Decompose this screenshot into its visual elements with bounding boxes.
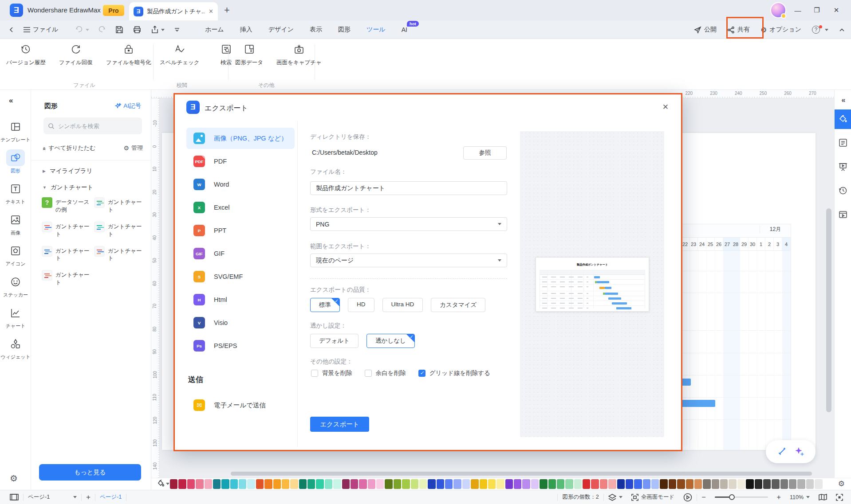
zoom-out-button[interactable]: − <box>701 493 705 501</box>
menu-item[interactable]: デザイン <box>268 26 294 34</box>
color-swatch[interactable] <box>230 479 238 489</box>
color-swatch[interactable] <box>806 479 814 489</box>
format-option[interactable]: 画像（PNG、JPG など） <box>186 128 295 149</box>
quality-option[interactable]: 標準 <box>310 298 340 312</box>
format-option[interactable]: P PPT <box>186 220 295 241</box>
fill-color-tool[interactable] <box>157 479 169 488</box>
color-swatch[interactable] <box>419 479 427 489</box>
toolbar-overflow-button[interactable] <box>174 24 180 35</box>
color-swatch[interactable] <box>359 479 366 489</box>
color-swatch[interactable] <box>351 479 358 489</box>
color-swatch[interactable] <box>634 479 642 489</box>
color-swatch[interactable] <box>669 479 676 489</box>
section-gantt-chart[interactable]: ▼ ガントチャート <box>43 184 93 191</box>
watermark-option[interactable]: デフォルト <box>310 334 359 348</box>
fill-style-tool[interactable] <box>835 109 851 129</box>
color-swatch[interactable] <box>574 479 582 489</box>
spellcheck-button[interactable]: スペルチェック <box>160 43 200 66</box>
map-overview-button[interactable] <box>819 494 827 500</box>
shape-library-item[interactable]: ガントチャート <box>94 197 146 214</box>
layers-button[interactable] <box>608 494 622 501</box>
menu-item[interactable]: 図形 <box>338 26 351 34</box>
format-option[interactable]: Ps PS/EPS <box>186 335 295 356</box>
color-swatch[interactable] <box>548 479 556 489</box>
color-swatch[interactable] <box>600 479 607 489</box>
color-swatch[interactable] <box>755 479 762 489</box>
minimize-button[interactable]: — <box>792 4 804 16</box>
color-swatch[interactable] <box>462 479 470 489</box>
sidebar-item-templates[interactable]: テンプレート <box>1 118 30 143</box>
color-swatch[interactable] <box>402 479 410 489</box>
collapse-right-panel-icon[interactable]: « <box>835 96 851 104</box>
page-frame-icon[interactable] <box>10 494 19 500</box>
color-swatch[interactable] <box>394 479 401 489</box>
color-swatch[interactable] <box>187 479 195 489</box>
color-swatch[interactable] <box>453 479 461 489</box>
color-swatch[interactable] <box>333 479 341 489</box>
color-swatch[interactable] <box>746 479 753 489</box>
color-swatch[interactable] <box>557 479 564 489</box>
zoom-level[interactable]: 110% <box>790 494 810 500</box>
print-button[interactable] <box>133 24 141 35</box>
undo-button[interactable] <box>75 24 89 35</box>
gantt-bar[interactable] <box>681 379 691 386</box>
color-swatch[interactable] <box>428 479 435 489</box>
color-swatch[interactable] <box>789 479 796 489</box>
color-swatch[interactable] <box>763 479 771 489</box>
watermark-option[interactable]: 透かしなし <box>366 334 415 348</box>
zoom-in-button[interactable]: + <box>777 493 781 501</box>
vertical-scrollbar[interactable] <box>826 208 831 412</box>
collapse-all-label[interactable]: すべて折りたたむ <box>48 144 95 152</box>
shape-data-button[interactable]: 図形データ <box>235 43 263 66</box>
color-swatch[interactable] <box>385 479 392 489</box>
ai-symbols-link[interactable]: AI記号 <box>114 102 141 110</box>
palette-settings-icon[interactable]: ⚙ <box>838 479 845 488</box>
color-swatch[interactable] <box>651 479 659 489</box>
send-email-option[interactable]: ✉ 電子メールで送信 <box>193 399 266 411</box>
checkbox-option[interactable]: 余白を削除 <box>365 369 406 377</box>
format-option[interactable]: V Visio <box>186 312 295 333</box>
color-swatch[interactable] <box>583 479 590 489</box>
color-swatch[interactable] <box>205 479 212 489</box>
notes-tool[interactable] <box>835 138 851 148</box>
checkbox-option[interactable]: 背景を削除 <box>311 369 352 377</box>
sidebar-item-widgets[interactable]: ウィジェット <box>1 336 30 360</box>
quality-option[interactable]: カスタマイズ <box>431 298 485 312</box>
color-swatch[interactable] <box>376 479 384 489</box>
symbol-search-input[interactable] <box>58 123 134 129</box>
publish-button[interactable]: 公開 <box>694 26 717 34</box>
encrypt-file-button[interactable]: ファイルを暗号化 <box>106 43 151 66</box>
file-recovery-button[interactable]: ファイル回復 <box>59 43 93 66</box>
color-swatch[interactable] <box>780 479 788 489</box>
color-swatch[interactable] <box>445 479 453 489</box>
add-page-button[interactable]: + <box>86 493 91 502</box>
color-swatch[interactable] <box>325 479 332 489</box>
color-swatch[interactable] <box>712 479 719 489</box>
shape-library-item[interactable]: ガントチャート <box>42 270 94 286</box>
color-swatch[interactable] <box>737 479 745 489</box>
version-history-button[interactable]: バージョン履歴 <box>6 43 46 66</box>
options-button[interactable]: ⚙ オプション <box>760 26 801 34</box>
file-menu[interactable]: ファイル <box>23 24 58 35</box>
collapse-panel-icon[interactable]: « <box>9 96 12 105</box>
gantt-bar[interactable] <box>681 400 715 407</box>
save-button[interactable] <box>115 24 123 35</box>
range-select[interactable]: 現在のページ <box>310 254 507 267</box>
color-swatch[interactable] <box>437 479 444 489</box>
color-swatch[interactable] <box>342 479 350 489</box>
format-option[interactable]: W Word <box>186 174 295 195</box>
format-option[interactable]: PDF PDF <box>186 151 295 172</box>
color-swatch[interactable] <box>273 479 281 489</box>
menu-item[interactable]: AIhot <box>402 26 407 33</box>
color-swatch[interactable] <box>239 479 246 489</box>
color-swatch[interactable] <box>496 479 504 489</box>
fullscreen-button[interactable]: 全画面モード <box>631 493 675 501</box>
back-button[interactable] <box>8 24 15 35</box>
shape-library-item[interactable]: ガントチャート <box>42 222 94 238</box>
color-swatch[interactable] <box>264 479 272 489</box>
close-button[interactable]: ✕ <box>831 4 842 16</box>
play-presentation-button[interactable] <box>683 493 692 502</box>
browse-button[interactable]: 参照 <box>463 146 507 160</box>
color-swatch[interactable] <box>591 479 599 489</box>
collapse-ribbon-button[interactable] <box>839 28 845 32</box>
